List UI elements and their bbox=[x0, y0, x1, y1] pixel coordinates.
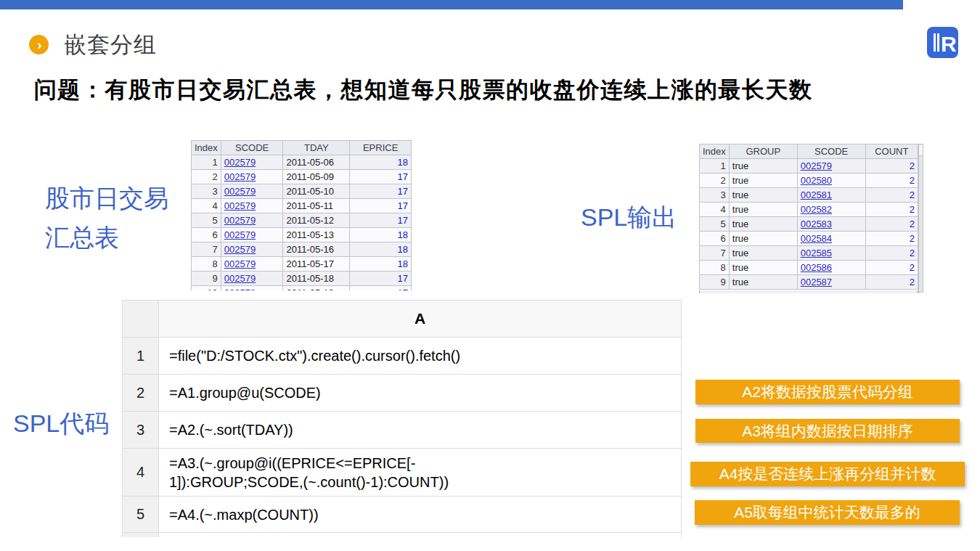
cell: 7 bbox=[700, 246, 730, 261]
cell: 2 bbox=[700, 174, 730, 188]
cell: 2011-05-11 bbox=[283, 199, 350, 213]
cell: 2 bbox=[865, 246, 918, 261]
spl-code-label: SPL代码 bbox=[13, 407, 109, 441]
cell: 17 bbox=[350, 170, 412, 184]
callout-a3: A3将组内数据按日期排序 bbox=[695, 419, 960, 443]
cell: 5 bbox=[700, 217, 730, 232]
cell: 2 bbox=[865, 188, 918, 203]
cell: 17 bbox=[350, 286, 412, 291]
column-header-tday: TDAY bbox=[283, 141, 350, 155]
table-row: 8true0025862 bbox=[700, 261, 918, 275]
scode-link[interactable]: 002580 bbox=[797, 174, 865, 188]
scode-link[interactable]: 002581 bbox=[797, 188, 865, 203]
cell: 6 bbox=[192, 228, 221, 242]
row-number bbox=[123, 533, 159, 537]
column-header-eprice: EPRICE bbox=[350, 141, 412, 155]
code-row: 2=A1.group@u(SCODE) bbox=[123, 375, 681, 412]
cell: 9 bbox=[700, 275, 730, 290]
cell: 2 bbox=[865, 159, 918, 174]
scode-link[interactable]: 002587 bbox=[797, 275, 865, 290]
page-title: 嵌套分组 bbox=[64, 30, 157, 60]
table-row: 1true0025792 bbox=[700, 159, 918, 174]
cell: 2 bbox=[865, 261, 918, 275]
cell: 1 bbox=[192, 155, 221, 170]
cell: 8 bbox=[700, 261, 730, 275]
output-table-scrollbar[interactable] bbox=[918, 144, 923, 293]
scode-link[interactable]: 002579 bbox=[221, 199, 283, 213]
cell: 17 bbox=[350, 184, 412, 199]
scode-link[interactable]: 002579 bbox=[221, 213, 283, 228]
logo-icon: R bbox=[927, 27, 958, 58]
scode-link[interactable]: 002579 bbox=[221, 184, 283, 199]
scode-link[interactable]: 002585 bbox=[797, 246, 865, 261]
raqsoft-logo: R bbox=[927, 27, 958, 61]
callout-a4: A4按是否连续上涨再分组并计数 bbox=[690, 462, 965, 486]
cell: 2011-05-10 bbox=[283, 184, 350, 199]
column-header-group: GROUP bbox=[729, 144, 797, 159]
cell: 1 bbox=[700, 159, 730, 174]
row-number: 2 bbox=[123, 375, 159, 411]
slide: { "page": { "title": "嵌套分组", "headline":… bbox=[0, 0, 980, 551]
source-table-label: 股市日交易 汇总表 bbox=[45, 179, 168, 257]
code-cell: =A3.(~.group@i((EPRICE<=EPRICE[- 1]):GRO… bbox=[159, 449, 681, 496]
cell: 2011-05-16 bbox=[283, 242, 350, 257]
cell: 4 bbox=[192, 199, 221, 213]
cell: 2 bbox=[865, 174, 918, 188]
scrollbar-thumb[interactable] bbox=[919, 145, 923, 156]
scode-link[interactable]: 002579 bbox=[797, 159, 865, 174]
code-row: 4=A3.(~.group@i((EPRICE<=EPRICE[- 1]):GR… bbox=[123, 449, 681, 497]
column-header-index: Index bbox=[700, 144, 730, 159]
table-row: 90025792011-05-1817 bbox=[192, 272, 412, 286]
cell: 2 bbox=[865, 275, 918, 290]
table-row: 40025792011-05-1117 bbox=[192, 199, 412, 213]
table-row: 7true0025852 bbox=[700, 246, 918, 261]
table-row: 20025792011-05-0917 bbox=[192, 170, 412, 184]
table-header-row: IndexSCODETDAYEPRICE bbox=[192, 141, 412, 155]
scode-link[interactable]: 002579 bbox=[221, 155, 283, 170]
cell: 7 bbox=[192, 242, 221, 257]
cell: true bbox=[729, 275, 797, 290]
scode-link[interactable]: 002579 bbox=[221, 257, 283, 272]
column-header-scode: SCODE bbox=[221, 141, 283, 155]
code-row: 5=A4.(~.maxp(COUNT)) bbox=[123, 497, 681, 533]
scode-link[interactable]: 002579 bbox=[221, 272, 283, 286]
scode-link[interactable]: 002579 bbox=[221, 228, 283, 242]
cell: true bbox=[729, 203, 797, 217]
cell: 2011-05-19 bbox=[283, 286, 350, 291]
table-row: 2true0025802 bbox=[700, 174, 918, 188]
scode-link[interactable]: 002579 bbox=[221, 286, 283, 291]
spl-code-table: A 1=file("D:/STOCK.ctx").create().cursor… bbox=[122, 300, 682, 537]
cell: 18 bbox=[350, 257, 412, 272]
spl-output-table: IndexGROUPSCODECOUNT 1true00257922true00… bbox=[699, 144, 918, 290]
cell: true bbox=[729, 217, 797, 232]
problem-headline: 问题：有股市日交易汇总表，想知道每只股票的收盘价连续上涨的最长天数 bbox=[34, 75, 813, 105]
cell: 2 bbox=[192, 170, 221, 184]
row-number: 1 bbox=[123, 338, 159, 374]
clipped-row-sliver bbox=[123, 533, 681, 537]
cell: 17 bbox=[350, 199, 412, 213]
cell: 2011-05-09 bbox=[283, 170, 350, 184]
spl-output-label: SPL输出 bbox=[581, 201, 677, 234]
cell: 17 bbox=[350, 213, 412, 228]
cell: 18 bbox=[350, 242, 412, 257]
code-cell: =A2.(~.sort(TDAY)) bbox=[159, 412, 681, 448]
row-number: 5 bbox=[123, 497, 159, 532]
table-row: 9true0025872 bbox=[700, 275, 918, 290]
column-a-header: A bbox=[159, 301, 681, 337]
cell: 2011-05-18 bbox=[283, 272, 350, 286]
cell: 4 bbox=[700, 203, 730, 217]
scode-link[interactable]: 002582 bbox=[797, 203, 865, 217]
corner-cell bbox=[123, 301, 159, 337]
scode-link[interactable]: 002579 bbox=[221, 170, 283, 184]
scode-link[interactable]: 002579 bbox=[221, 242, 283, 257]
column-header-count: COUNT bbox=[865, 144, 918, 159]
scode-link[interactable]: 002583 bbox=[797, 217, 865, 232]
cell: 2011-05-13 bbox=[283, 228, 350, 242]
table-row: 50025792011-05-1217 bbox=[192, 213, 412, 228]
row-number: 3 bbox=[123, 412, 159, 448]
cell: 2 bbox=[865, 217, 918, 232]
column-header-scode: SCODE bbox=[797, 144, 865, 159]
scode-link[interactable]: 002586 bbox=[797, 261, 865, 275]
table-row: 60025792011-05-1318 bbox=[192, 228, 412, 242]
scode-link[interactable]: 002584 bbox=[797, 232, 865, 246]
